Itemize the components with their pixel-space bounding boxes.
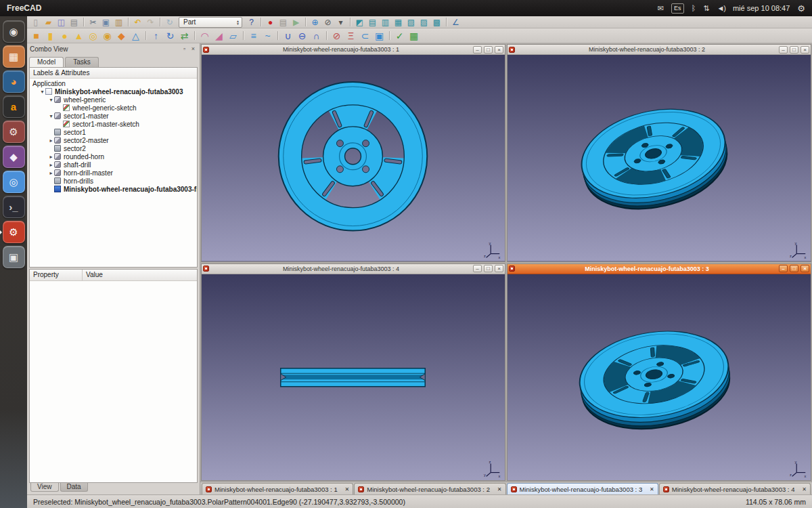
freecad[interactable]: ⚙ [3, 221, 25, 243]
tree-item[interactable]: sector1-master-sketch [30, 120, 197, 128]
software-center[interactable]: ◆ [3, 146, 25, 168]
volume-icon[interactable] [717, 5, 725, 12]
dropdown-arrow-icon[interactable]: ▾ [335, 17, 346, 28]
tree-item[interactable]: wheel-generic [30, 96, 197, 104]
revolve-icon[interactable]: ↻ [164, 29, 177, 42]
defeaturing-icon[interactable]: ▦ [407, 29, 420, 42]
separator[interactable] [303, 17, 308, 28]
chromium[interactable]: ◎ [3, 171, 25, 193]
sphere-icon[interactable]: ● [58, 29, 71, 42]
viewport-3d-canvas[interactable]: z x y [202, 274, 505, 481]
dash-home[interactable]: ◉ [3, 20, 25, 43]
cylinder-icon[interactable]: ▮ [44, 29, 57, 42]
separator[interactable] [275, 29, 280, 42]
refresh-icon[interactable]: ↻ [164, 17, 175, 28]
files[interactable]: ▦ [3, 45, 25, 68]
copy-icon[interactable]: ▣ [100, 17, 112, 28]
primitives-icon[interactable]: ◆ [115, 29, 128, 42]
extrude-icon[interactable]: ↑ [150, 29, 162, 42]
workspace-app[interactable]: ▣ [3, 246, 25, 268]
macro-edit-icon[interactable]: ▤ [277, 17, 289, 28]
macro-play-icon[interactable]: ▶ [290, 17, 302, 28]
maximize-button[interactable] [484, 265, 493, 272]
view-isometric-icon[interactable]: ◩ [354, 17, 365, 28]
separator[interactable] [324, 29, 329, 42]
separator[interactable] [258, 17, 263, 28]
fit-all-icon[interactable]: ⊕ [309, 17, 321, 28]
system-settings[interactable]: ⚙ [3, 121, 25, 143]
tree-item[interactable]: rounded-horn [30, 152, 197, 161]
view-front-icon[interactable]: ▤ [367, 17, 378, 28]
separator[interactable] [387, 29, 392, 42]
minimize-button[interactable] [473, 46, 482, 54]
expander-icon[interactable] [39, 89, 45, 95]
separator[interactable] [81, 17, 86, 28]
tree-item[interactable]: sector1-master [30, 112, 197, 120]
tree-item[interactable]: Miniskybot-wheel-renacuajo-futaba3003-fi… [30, 185, 197, 193]
close-button[interactable] [800, 265, 809, 272]
view-top-icon[interactable]: ▥ [380, 17, 391, 28]
keyboard-layout-indicator[interactable]: Es [671, 3, 684, 14]
shape-builder-icon[interactable]: △ [129, 29, 142, 42]
boolean-cut-icon[interactable]: ⊖ [296, 29, 309, 42]
redo-icon[interactable]: ↷ [145, 17, 156, 28]
tab-tasks[interactable]: Tasks [65, 57, 99, 67]
save-icon[interactable]: ◫ [55, 17, 67, 28]
tree-item[interactable]: sector1 [30, 128, 197, 136]
minimize-button[interactable] [779, 265, 788, 272]
close-button[interactable] [800, 46, 809, 54]
view-right-icon[interactable]: ▦ [392, 17, 404, 28]
tree-item[interactable]: sector2 [30, 144, 197, 152]
boolean-intersection-icon[interactable]: ∩ [310, 29, 323, 42]
messages-indicator-icon[interactable] [658, 5, 664, 12]
macro-record-icon[interactable]: ● [265, 17, 276, 28]
expander-icon[interactable] [48, 154, 54, 160]
view-rear-icon[interactable]: ▧ [405, 17, 417, 28]
separator[interactable] [126, 17, 131, 28]
viewport-titlebar[interactable]: Miniskybot-wheel-renacuajo-futaba3003 : … [202, 45, 505, 55]
expander-icon[interactable] [48, 162, 54, 168]
network-icon[interactable] [703, 5, 709, 12]
maximize-button[interactable] [790, 46, 798, 54]
workbench-selector[interactable]: Part [179, 17, 242, 28]
close-panel-icon[interactable] [189, 45, 197, 53]
close-tab-icon[interactable] [802, 486, 807, 492]
viewport-titlebar[interactable]: Miniskybot-wheel-renacuajo-futaba3003 : … [202, 264, 505, 274]
undock-panel-icon[interactable] [181, 45, 188, 53]
viewport-3d-canvas[interactable]: y x z [202, 55, 505, 261]
section-icon[interactable]: ⊘ [330, 29, 343, 42]
session-menu-icon[interactable] [797, 4, 805, 13]
terminal[interactable]: ›_ [3, 196, 25, 218]
tree-item[interactable]: Application [30, 79, 197, 87]
tree-item[interactable]: shaft-drill [30, 161, 197, 169]
expander-icon[interactable] [48, 113, 54, 119]
bluetooth-icon[interactable] [692, 5, 696, 12]
view-bottom-icon[interactable]: ▨ [418, 17, 430, 28]
expander-icon[interactable] [48, 97, 54, 103]
separator[interactable] [348, 17, 353, 28]
tree-item[interactable]: sector2-master [30, 136, 197, 144]
measure-icon[interactable]: ∠ [450, 17, 461, 28]
print-icon[interactable]: ▤ [68, 17, 80, 28]
separator[interactable] [158, 17, 162, 28]
check-geometry-icon[interactable]: ✓ [393, 29, 406, 42]
tab-model[interactable]: Model [29, 57, 64, 67]
draw-style-icon[interactable]: ⊘ [322, 17, 334, 28]
separator[interactable] [192, 29, 197, 42]
tree-item[interactable]: horn-drills [30, 177, 197, 185]
expander-icon[interactable] [48, 170, 54, 176]
wheel-object-side[interactable] [281, 368, 426, 386]
close-tab-icon[interactable] [497, 486, 502, 492]
separator[interactable] [444, 17, 449, 28]
box-icon[interactable]: ■ [30, 29, 43, 42]
paste-icon[interactable]: ▥ [113, 17, 125, 28]
close-button[interactable] [495, 265, 503, 272]
offset-icon[interactable]: ⊂ [359, 29, 371, 42]
tab-data[interactable]: Data [60, 483, 88, 492]
cone-icon[interactable]: ▲ [72, 29, 85, 42]
mdi-tab[interactable]: Miniskybot-wheel-renacuajo-futaba3003 : … [354, 483, 505, 494]
viewport-titlebar[interactable]: Miniskybot-wheel-renacuajo-futaba3003 : … [508, 45, 811, 55]
workbench-dropdown-arrows-icon[interactable] [236, 20, 240, 25]
torus-icon[interactable]: ◎ [87, 29, 99, 42]
expander-icon[interactable] [48, 137, 54, 144]
